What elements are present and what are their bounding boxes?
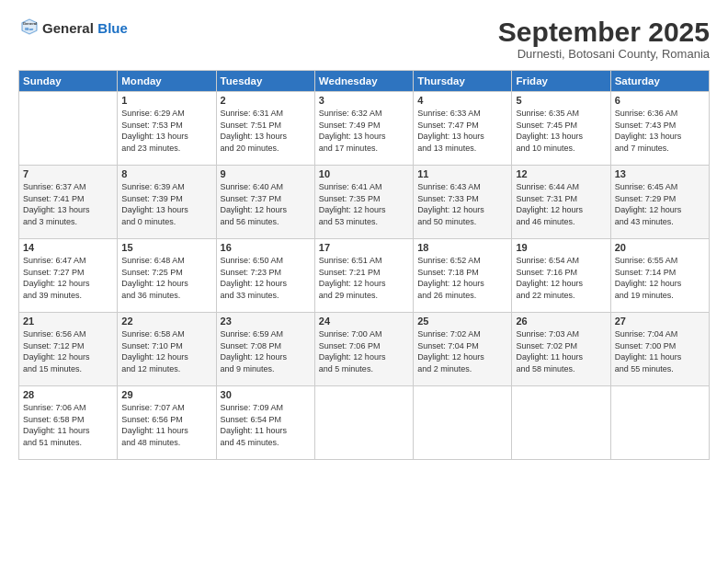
cell-info: Sunrise: 6:33 AM Sunset: 7:47 PM Dayligh… [417, 108, 507, 154]
cell-info: Sunrise: 6:45 AM Sunset: 7:29 PM Dayligh… [615, 181, 705, 227]
week-row-5: 28Sunrise: 7:06 AM Sunset: 6:58 PM Dayli… [19, 386, 710, 460]
calendar-cell: 8Sunrise: 6:39 AM Sunset: 7:39 PM Daylig… [118, 166, 216, 239]
cell-info: Sunrise: 6:54 AM Sunset: 7:16 PM Dayligh… [516, 255, 606, 301]
cell-date: 8 [121, 168, 211, 179]
cell-date: 6 [615, 95, 705, 106]
calendar-cell: 13Sunrise: 6:45 AM Sunset: 7:29 PM Dayli… [610, 166, 709, 239]
calendar-cell: 3Sunrise: 6:32 AM Sunset: 7:49 PM Daylig… [314, 92, 413, 166]
cell-date: 13 [615, 168, 705, 179]
logo: General Blue General Blue [18, 17, 128, 40]
cell-info: Sunrise: 6:43 AM Sunset: 7:33 PM Dayligh… [417, 181, 507, 227]
cell-info: Sunrise: 6:44 AM Sunset: 7:31 PM Dayligh… [516, 181, 606, 227]
cell-info: Sunrise: 6:40 AM Sunset: 7:37 PM Dayligh… [221, 181, 311, 227]
calendar-page: General Blue General Blue September 2025… [0, 0, 728, 563]
cell-date: 18 [417, 242, 507, 253]
header-row: SundayMondayTuesdayWednesdayThursdayFrid… [19, 71, 710, 92]
calendar-cell: 4Sunrise: 6:33 AM Sunset: 7:47 PM Daylig… [414, 92, 512, 166]
calendar-cell [19, 92, 118, 166]
cell-info: Sunrise: 6:48 AM Sunset: 7:25 PM Dayligh… [121, 255, 211, 301]
cell-info: Sunrise: 7:00 AM Sunset: 7:06 PM Dayligh… [319, 328, 409, 374]
calendar-cell: 26Sunrise: 7:03 AM Sunset: 7:02 PM Dayli… [512, 313, 610, 386]
calendar-cell [512, 386, 610, 460]
calendar-cell: 16Sunrise: 6:50 AM Sunset: 7:23 PM Dayli… [216, 239, 314, 313]
cell-date: 24 [319, 316, 409, 327]
day-header-friday: Friday [512, 71, 610, 92]
cell-date: 16 [221, 242, 311, 253]
calendar-cell: 15Sunrise: 6:48 AM Sunset: 7:25 PM Dayli… [118, 239, 216, 313]
cell-date: 19 [516, 242, 606, 253]
week-row-4: 21Sunrise: 6:56 AM Sunset: 7:12 PM Dayli… [19, 313, 710, 386]
calendar-cell: 12Sunrise: 6:44 AM Sunset: 7:31 PM Dayli… [512, 166, 610, 239]
cell-date: 4 [417, 95, 507, 106]
cell-date: 25 [417, 316, 507, 327]
calendar-table: SundayMondayTuesdayWednesdayThursdayFrid… [18, 70, 710, 460]
cell-date: 23 [221, 316, 311, 327]
cell-date: 12 [516, 168, 606, 179]
logo-text: General Blue [42, 20, 128, 37]
calendar-cell: 10Sunrise: 6:41 AM Sunset: 7:35 PM Dayli… [314, 166, 413, 239]
cell-info: Sunrise: 6:59 AM Sunset: 7:08 PM Dayligh… [221, 328, 311, 374]
calendar-cell: 7Sunrise: 6:37 AM Sunset: 7:41 PM Daylig… [19, 166, 118, 239]
cell-info: Sunrise: 6:39 AM Sunset: 7:39 PM Dayligh… [121, 181, 211, 227]
week-row-1: 1Sunrise: 6:29 AM Sunset: 7:53 PM Daylig… [19, 92, 710, 166]
calendar-cell: 2Sunrise: 6:31 AM Sunset: 7:51 PM Daylig… [216, 92, 314, 166]
cell-date: 7 [23, 168, 113, 179]
calendar-cell: 21Sunrise: 6:56 AM Sunset: 7:12 PM Dayli… [19, 313, 118, 386]
cell-info: Sunrise: 6:56 AM Sunset: 7:12 PM Dayligh… [23, 328, 113, 374]
week-row-2: 7Sunrise: 6:37 AM Sunset: 7:41 PM Daylig… [19, 166, 710, 239]
calendar-cell: 19Sunrise: 6:54 AM Sunset: 7:16 PM Dayli… [512, 239, 610, 313]
calendar-cell: 28Sunrise: 7:06 AM Sunset: 6:58 PM Dayli… [19, 386, 118, 460]
logo-icon: General Blue [20, 17, 39, 37]
week-row-3: 14Sunrise: 6:47 AM Sunset: 7:27 PM Dayli… [19, 239, 710, 313]
calendar-cell: 23Sunrise: 6:59 AM Sunset: 7:08 PM Dayli… [216, 313, 314, 386]
day-header-thursday: Thursday [414, 71, 512, 92]
cell-date: 14 [23, 242, 113, 253]
svg-text:Blue: Blue [25, 27, 34, 31]
cell-date: 5 [516, 95, 606, 106]
header: General Blue General Blue September 2025… [18, 17, 710, 61]
day-header-wednesday: Wednesday [314, 71, 413, 92]
title-block: September 2025 Durnesti, Botosani County… [498, 17, 710, 61]
cell-date: 28 [23, 389, 113, 400]
cell-info: Sunrise: 6:36 AM Sunset: 7:43 PM Dayligh… [615, 108, 705, 154]
calendar-cell: 27Sunrise: 7:04 AM Sunset: 7:00 PM Dayli… [610, 313, 709, 386]
svg-text:General: General [23, 21, 38, 26]
day-header-monday: Monday [118, 71, 216, 92]
calendar-cell: 22Sunrise: 6:58 AM Sunset: 7:10 PM Dayli… [118, 313, 216, 386]
cell-info: Sunrise: 6:58 AM Sunset: 7:10 PM Dayligh… [121, 328, 211, 374]
cell-info: Sunrise: 6:32 AM Sunset: 7:49 PM Dayligh… [319, 108, 409, 154]
cell-date: 15 [121, 242, 211, 253]
cell-date: 2 [221, 95, 311, 106]
cell-info: Sunrise: 6:35 AM Sunset: 7:45 PM Dayligh… [516, 108, 606, 154]
calendar-cell [414, 386, 512, 460]
cell-date: 22 [121, 316, 211, 327]
cell-date: 3 [319, 95, 409, 106]
calendar-cell: 11Sunrise: 6:43 AM Sunset: 7:33 PM Dayli… [414, 166, 512, 239]
calendar-cell: 9Sunrise: 6:40 AM Sunset: 7:37 PM Daylig… [216, 166, 314, 239]
calendar-cell: 6Sunrise: 6:36 AM Sunset: 7:43 PM Daylig… [610, 92, 709, 166]
cell-info: Sunrise: 7:02 AM Sunset: 7:04 PM Dayligh… [417, 328, 507, 374]
calendar-cell: 5Sunrise: 6:35 AM Sunset: 7:45 PM Daylig… [512, 92, 610, 166]
cell-date: 26 [516, 316, 606, 327]
cell-info: Sunrise: 7:04 AM Sunset: 7:00 PM Dayligh… [615, 328, 705, 374]
cell-date: 30 [221, 389, 311, 400]
calendar-cell: 1Sunrise: 6:29 AM Sunset: 7:53 PM Daylig… [118, 92, 216, 166]
cell-info: Sunrise: 6:41 AM Sunset: 7:35 PM Dayligh… [319, 181, 409, 227]
cell-info: Sunrise: 6:47 AM Sunset: 7:27 PM Dayligh… [23, 255, 113, 301]
calendar-cell: 29Sunrise: 7:07 AM Sunset: 6:56 PM Dayli… [118, 386, 216, 460]
cell-date: 11 [417, 168, 507, 179]
calendar-cell [314, 386, 413, 460]
cell-info: Sunrise: 7:09 AM Sunset: 6:54 PM Dayligh… [221, 402, 311, 448]
cell-date: 1 [121, 95, 211, 106]
cell-date: 21 [23, 316, 113, 327]
cell-info: Sunrise: 6:51 AM Sunset: 7:21 PM Dayligh… [319, 255, 409, 301]
cell-info: Sunrise: 6:29 AM Sunset: 7:53 PM Dayligh… [121, 108, 211, 154]
cell-date: 17 [319, 242, 409, 253]
calendar-cell: 18Sunrise: 6:52 AM Sunset: 7:18 PM Dayli… [414, 239, 512, 313]
day-header-tuesday: Tuesday [216, 71, 314, 92]
cell-info: Sunrise: 7:07 AM Sunset: 6:56 PM Dayligh… [121, 402, 211, 448]
cell-info: Sunrise: 7:06 AM Sunset: 6:58 PM Dayligh… [23, 402, 113, 448]
calendar-cell: 24Sunrise: 7:00 AM Sunset: 7:06 PM Dayli… [314, 313, 413, 386]
month-title: September 2025 [498, 17, 710, 47]
calendar-cell: 20Sunrise: 6:55 AM Sunset: 7:14 PM Dayli… [610, 239, 709, 313]
